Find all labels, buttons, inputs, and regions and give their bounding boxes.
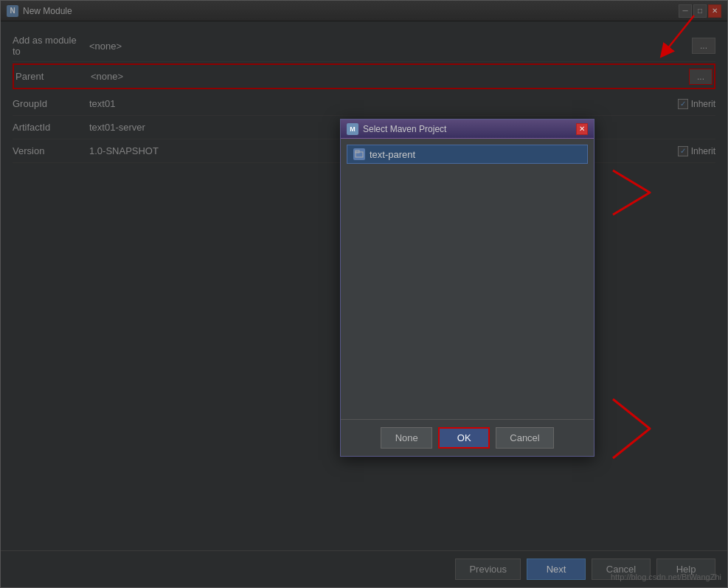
modal-close-button[interactable]: ✕ bbox=[576, 123, 588, 135]
tree-item-text-parent[interactable]: text-parent bbox=[347, 145, 588, 164]
none-button[interactable]: None bbox=[381, 427, 432, 449]
modal-footer: None OK Cancel bbox=[341, 419, 594, 456]
cancel-button[interactable]: Cancel bbox=[496, 427, 553, 449]
modal-title: Select Maven Project bbox=[363, 124, 576, 134]
modal-title-bar: M Select Maven Project ✕ bbox=[341, 120, 594, 139]
main-window: N New Module ─ □ ✕ Add as module to <non… bbox=[0, 0, 728, 588]
modal-icon: M bbox=[347, 123, 358, 135]
ok-button[interactable]: OK bbox=[438, 427, 490, 449]
tree-item-label: text-parent bbox=[370, 149, 415, 160]
select-maven-project-dialog: M Select Maven Project ✕ text-parent Non… bbox=[340, 119, 594, 457]
modal-content: text-parent bbox=[341, 139, 594, 419]
tree-item-icon bbox=[353, 148, 365, 160]
